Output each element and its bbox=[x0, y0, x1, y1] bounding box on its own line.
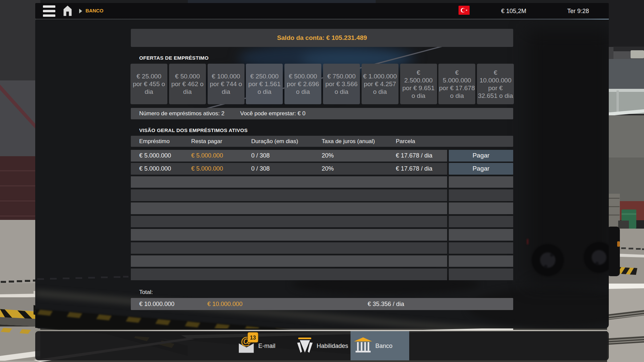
svg-text:13: 13 bbox=[250, 335, 256, 341]
